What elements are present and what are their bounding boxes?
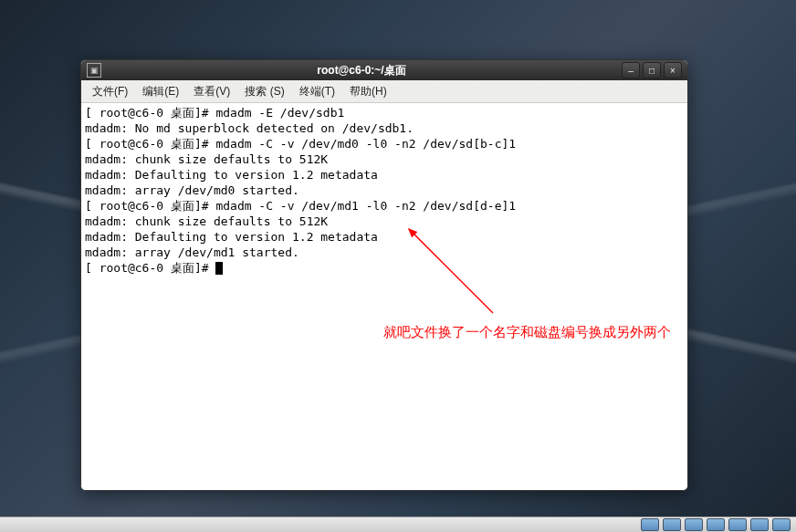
maximize-button[interactable]: □	[643, 62, 661, 78]
menu-search[interactable]: 搜索 (S)	[237, 82, 291, 101]
tray-icon[interactable]	[750, 518, 769, 531]
terminal-window: ▣ root@c6-0:~/桌面 – □ × 文件(F) 编辑(E) 查看(V)…	[80, 59, 688, 491]
terminal-line: mdadm: Defaulting to version 1.2 metadat…	[85, 168, 378, 182]
terminal-body[interactable]: [ root@c6-0 桌面]# mdadm -E /dev/sdb1 mdad…	[81, 103, 687, 490]
menu-help[interactable]: 帮助(H)	[342, 82, 394, 101]
terminal-line: mdadm: array /dev/md0 started.	[85, 183, 299, 197]
window-title: root@c6-0:~/桌面	[107, 63, 616, 78]
terminal-line: mdadm: chunk size defaults to 512K	[85, 152, 328, 166]
tray-icon[interactable]	[685, 518, 703, 531]
terminal-line: [ root@c6-0 桌面]#	[85, 261, 215, 275]
tray-icon[interactable]	[728, 518, 747, 531]
window-controls: – □ ×	[622, 62, 682, 78]
annotation-text: 就吧文件换了一个名字和磁盘编号换成另外两个	[383, 324, 671, 341]
taskbar	[0, 516, 796, 532]
menu-file[interactable]: 文件(F)	[85, 82, 135, 101]
terminal-line: [ root@c6-0 桌面]# mdadm -C -v /dev/md0 -l…	[85, 137, 516, 151]
minimize-button[interactable]: –	[622, 62, 640, 78]
terminal-line: [ root@c6-0 桌面]# mdadm -C -v /dev/md1 -l…	[85, 199, 516, 213]
menu-terminal[interactable]: 终端(T)	[292, 82, 342, 101]
tray-icon[interactable]	[663, 518, 681, 531]
cursor-icon	[215, 262, 223, 275]
menubar: 文件(F) 编辑(E) 查看(V) 搜索 (S) 终端(T) 帮助(H)	[81, 80, 687, 103]
terminal-line: mdadm: Defaulting to version 1.2 metadat…	[85, 230, 378, 244]
terminal-icon: ▣	[87, 63, 101, 78]
tray-icon[interactable]	[641, 518, 659, 531]
terminal-line: [ root@c6-0 桌面]# mdadm -E /dev/sdb1	[85, 106, 344, 120]
terminal-line: mdadm: No md superblock detected on /dev…	[85, 121, 414, 135]
menu-edit[interactable]: 编辑(E)	[135, 82, 186, 101]
terminal-line: mdadm: chunk size defaults to 512K	[85, 214, 328, 228]
terminal-line: mdadm: array /dev/md1 started.	[85, 245, 299, 259]
tray-icon[interactable]	[772, 518, 791, 531]
close-button[interactable]: ×	[664, 62, 682, 78]
tray-icon[interactable]	[707, 518, 725, 531]
titlebar[interactable]: ▣ root@c6-0:~/桌面 – □ ×	[81, 60, 687, 80]
menu-view[interactable]: 查看(V)	[186, 82, 237, 101]
